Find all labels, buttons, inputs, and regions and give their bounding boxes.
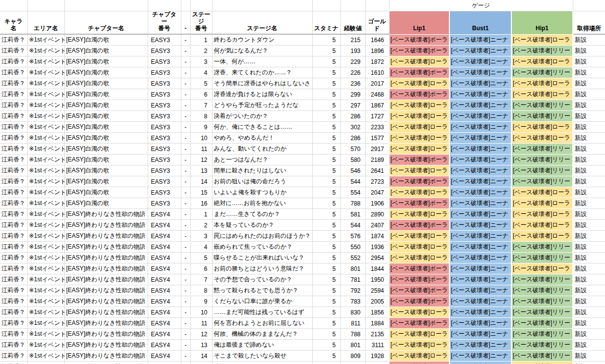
cell-stage-number[interactable]: 3	[190, 231, 212, 242]
cell-area-name[interactable]: ※1stイベント	[27, 285, 64, 296]
empty-cell[interactable]	[148, 0, 181, 11]
cell-gauge-bust1[interactable]: [ベース破壊者]ニーナ	[449, 133, 511, 144]
cell-area-name[interactable]: ※1stイベント	[27, 253, 64, 263]
cell-chara-name[interactable]: 江莉香？	[0, 100, 27, 111]
cell-stamina[interactable]: 5	[312, 165, 340, 176]
cell-chapter-number[interactable]: EASY3	[148, 155, 181, 165]
cell-area-name[interactable]: ※1stイベント	[27, 122, 64, 133]
cell-chapter-name[interactable]: [EASY]終わりなき性欲の物語	[64, 274, 148, 285]
cell-gauge-hip1[interactable]: [ベース破壊者]リリー	[511, 285, 573, 296]
cell-gauge-bust1[interactable]: [ベース破壊者]ニーナ	[449, 111, 511, 122]
cell-dash[interactable]: -	[181, 296, 190, 307]
cell-dash[interactable]: -	[181, 318, 190, 329]
cell-stamina[interactable]: 5	[312, 144, 340, 155]
cell-chapter-name[interactable]: [EASY]白濁の歌	[64, 144, 148, 155]
cell-chara-name[interactable]: 江莉香？	[0, 133, 27, 144]
cell-stage-number[interactable]: 10	[190, 307, 212, 318]
header-stage-name[interactable]: ステージ名	[212, 11, 312, 35]
cell-gauge-bust1[interactable]: [ベース破壊者]ニーナ	[449, 340, 511, 351]
cell-gauge-bust1[interactable]: [ベース破壊者]ニーナ	[449, 220, 511, 231]
cell-chapter-name[interactable]: [EASY]終わりなき性欲の物語	[64, 351, 148, 362]
cell-dash[interactable]: -	[181, 307, 190, 318]
cell-gold[interactable]: 1896	[365, 46, 389, 56]
cell-stage-name[interactable]: 黙って殺られるとでも思うか？	[212, 285, 312, 296]
cell-chara-name[interactable]: 江莉香？	[0, 122, 27, 133]
cell-stamina[interactable]: 5	[312, 285, 340, 296]
cell-gauge-bust1[interactable]: [ベース破壊者]ニーナ	[449, 165, 511, 176]
cell-stage-name[interactable]: どうやら予定が狂ったようだな	[212, 100, 312, 111]
cell-stamina[interactable]: 5	[312, 307, 340, 318]
cell-area-name[interactable]: ※1stイベント	[27, 318, 64, 329]
cell-stamina[interactable]: 5	[312, 296, 340, 307]
cell-location[interactable]: 新設	[573, 198, 605, 209]
cell-location[interactable]: 新設	[573, 100, 605, 111]
cell-exp[interactable]: 544	[340, 220, 365, 231]
cell-gold[interactable]: 1646	[365, 34, 389, 46]
cell-chara-name[interactable]: 江莉香？	[0, 144, 27, 155]
cell-gold[interactable]: 2135	[365, 329, 389, 340]
cell-stage-number[interactable]: 13	[190, 340, 212, 351]
cell-stamina[interactable]: 5	[312, 67, 340, 78]
cell-chara-name[interactable]: 江莉香？	[0, 56, 27, 67]
empty-cell[interactable]	[312, 0, 340, 11]
cell-chapter-number[interactable]: EASY3	[148, 144, 181, 155]
cell-chara-name[interactable]: 江莉香？	[0, 209, 27, 220]
cell-chara-name[interactable]: 江莉香？	[0, 263, 27, 274]
cell-gold[interactable]: 1906	[365, 198, 389, 209]
header-gauge-hip1[interactable]: Hip1	[511, 11, 573, 35]
cell-exp[interactable]: 554	[340, 187, 365, 198]
cell-chara-name[interactable]: 江莉香？	[0, 67, 27, 78]
cell-gold[interactable]: 2407	[365, 220, 389, 231]
cell-gauge-hip1[interactable]: [ベース破壊者]ローラ	[511, 78, 573, 89]
cell-area-name[interactable]: ※1stイベント	[27, 155, 64, 165]
cell-exp[interactable]: 546	[340, 165, 365, 176]
cell-chapter-number[interactable]: EASY3	[148, 67, 181, 78]
cell-gauge-hip1[interactable]: [ベース破壊者]リリー	[511, 46, 573, 56]
cell-exp[interactable]: 782	[340, 362, 365, 364]
cell-area-name[interactable]: ※1stイベント	[27, 78, 64, 89]
cell-stage-name[interactable]: 間単に殺されたりはしない	[212, 165, 312, 176]
cell-stamina[interactable]: 5	[312, 220, 340, 231]
cell-stage-number[interactable]: 11	[190, 318, 212, 329]
cell-chapter-name[interactable]: [EASY]終わりなき性欲の物語	[64, 231, 148, 242]
cell-dash[interactable]: -	[181, 285, 190, 296]
cell-stamina[interactable]: 5	[312, 176, 340, 187]
cell-chara-name[interactable]: 江莉香？	[0, 34, 27, 46]
cell-gauge-bust1[interactable]: [ベース破壊者]ニーナ	[449, 351, 511, 362]
cell-chara-name[interactable]: 江莉香？	[0, 340, 27, 351]
cell-gold[interactable]: 1867	[365, 100, 389, 111]
cell-gold[interactable]: 1884	[365, 318, 389, 329]
cell-location[interactable]: 新設	[573, 78, 605, 89]
cell-stamina[interactable]: 5	[312, 89, 340, 100]
cell-chapter-name[interactable]: [EASY]白濁の歌	[64, 78, 148, 89]
cell-stage-number[interactable]: 10	[190, 133, 212, 144]
cell-dash[interactable]: -	[181, 340, 190, 351]
cell-gold[interactable]: 1844	[365, 263, 389, 274]
cell-stage-name[interactable]: 俺を……狂わせるつもりか？	[212, 362, 312, 364]
header-exp[interactable]: 経験値	[340, 11, 365, 35]
cell-location[interactable]: 新設	[573, 111, 605, 122]
cell-area-name[interactable]: ※1stイベント	[27, 220, 64, 231]
cell-gauge-lip1[interactable]: [ベース破壊者]ローラ	[389, 78, 449, 89]
cell-gauge-bust1[interactable]: [ベース破壊者]ニーナ	[449, 78, 511, 89]
cell-gauge-lip1[interactable]: [ベース破壊者]ポーラ	[389, 263, 449, 274]
cell-gold[interactable]: 3111	[365, 340, 389, 351]
cell-chapter-name[interactable]: [EASY]白濁の歌	[64, 165, 148, 176]
cell-gauge-hip1[interactable]: [ベース破壊者]ローラ	[511, 231, 573, 242]
cell-area-name[interactable]: ※1stイベント	[27, 209, 64, 220]
cell-stamina[interactable]: 5	[312, 263, 340, 274]
cell-gauge-hip1[interactable]: [ベース破壊者]リリー	[511, 176, 573, 187]
cell-stamina[interactable]: 5	[312, 274, 340, 285]
empty-cell[interactable]	[64, 0, 148, 11]
cell-stage-name[interactable]: 罠にはめられたのはお前のほうか？	[212, 231, 312, 242]
cell-chapter-name[interactable]: [EASY]白濁の歌	[64, 187, 148, 198]
cell-gauge-lip1[interactable]: [ベース破壊者]ローラ	[389, 122, 449, 133]
cell-stage-number[interactable]: 5	[190, 78, 212, 89]
cell-chapter-number[interactable]: EASY3	[148, 165, 181, 176]
cell-area-name[interactable]: ※1stイベント	[27, 34, 64, 46]
cell-chara-name[interactable]: 江莉香？	[0, 220, 27, 231]
cell-area-name[interactable]: ※1stイベント	[27, 111, 64, 122]
cell-area-name[interactable]: ※1stイベント	[27, 133, 64, 144]
cell-chara-name[interactable]: 江莉香？	[0, 307, 27, 318]
cell-location[interactable]: 新設	[573, 34, 605, 46]
